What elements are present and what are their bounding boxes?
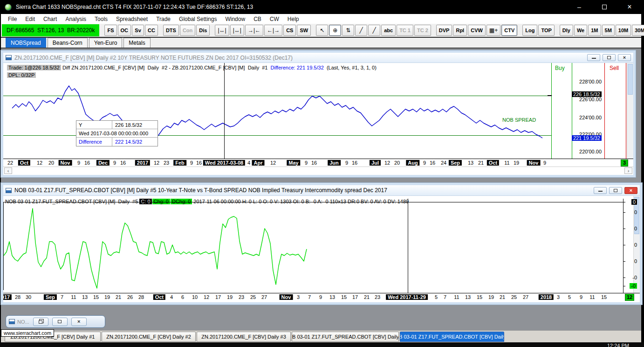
top-chart-vertical-scrollbar[interactable] — [627, 63, 633, 159]
value-scale-tick — [623, 261, 625, 262]
fs-button[interactable]: FS — [104, 25, 116, 36]
axis-tick: 9 — [423, 160, 426, 166]
dly-button[interactable]: Dly — [560, 25, 573, 36]
bottom-chart-axis-corner-badge: 12 — [625, 294, 634, 301]
chartbook-tab-metals[interactable]: Metals — [123, 38, 150, 48]
30m-button[interactable]: 30M — [632, 25, 644, 36]
dpl-label: DPL: 0/32P — [7, 72, 36, 78]
chart-tab-daily-2[interactable]: ZN.20171200.CME_F [CBV] Daily #2 — [102, 332, 196, 342]
minimize-window-icon[interactable]: – — [575, 3, 583, 11]
ctv-button[interactable]: CTV — [501, 25, 517, 36]
minimized-chart-window[interactable]: NO... × — [6, 315, 105, 328]
dis-button[interactable]: Dis — [196, 25, 210, 36]
top-button[interactable]: TOP — [538, 25, 554, 36]
top-chart-plot-area[interactable]: Trade: 1@226 18.5/32 Diff ZN.20171200.CM… — [3, 63, 633, 159]
menu-item-tools[interactable]: Tools — [90, 16, 112, 22]
axis-tick: 23 — [239, 294, 244, 300]
axis-tick: 7 — [61, 294, 63, 300]
axis-tick: 9 — [543, 160, 546, 166]
axis-tick-highlight: Nov — [59, 160, 72, 166]
con-button[interactable]: Con — [180, 25, 195, 36]
vertical-fit-icon[interactable]: ⇅ — [342, 25, 354, 36]
chart-minimize-icon[interactable] — [594, 187, 607, 194]
chart-tab-daily-4[interactable]: NOB 03-01 Z17.FUT_SPREAD.CBOT [CBV] Dail… — [292, 332, 399, 342]
maximize-window-icon[interactable] — [602, 5, 607, 9]
chartbook-tab-yen-euro[interactable]: Yen-Euro — [89, 38, 123, 48]
crosshair-tool-icon[interactable]: ⊕ — [329, 25, 341, 36]
menu-item-cb[interactable]: CB — [249, 16, 266, 22]
scroll-left-icon[interactable]: ‹ — [4, 167, 12, 174]
dvp-button[interactable]: DVP — [436, 25, 452, 36]
chart-restore-icon[interactable] — [609, 187, 622, 194]
axis-tick: 15 — [477, 294, 482, 300]
axis-tick: 19 — [104, 294, 110, 300]
axis-tick-highlight: Wed 2017-11-29 — [386, 294, 428, 300]
bottom-chart-plot-area[interactable]: NOB 03-01 Z17.FUT_SPREAD.CBOT [CBV] [M] … — [3, 196, 640, 293]
axis-tick: 5 — [568, 294, 571, 300]
axis-tick: 12 — [204, 294, 209, 300]
scroll-right-icon[interactable]: › — [624, 167, 632, 174]
oc-button[interactable]: OC — [118, 25, 131, 36]
menu-item-analysis[interactable]: Analysis — [61, 16, 90, 22]
axis-tick-highlight: 2017 — [135, 160, 150, 166]
scale-range-icon[interactable]: |↔| — [215, 25, 229, 36]
compress-bars-icon[interactable]: →|← — [245, 25, 263, 36]
dts-button[interactable]: DTS — [163, 25, 179, 36]
tc2-button[interactable]: TC 2 — [414, 25, 431, 36]
log-button[interactable]: Log — [522, 25, 537, 36]
trade-position-label: Trade: 1@226 18.5/32 — [7, 65, 61, 70]
close-window-icon[interactable]: × — [625, 3, 634, 11]
cs-button[interactable]: CS — [283, 25, 296, 36]
menu-item-spreadsheet[interactable]: Spreadsheet — [112, 16, 152, 22]
cc-button[interactable]: CC — [145, 25, 158, 36]
axis-tick: 16 — [196, 160, 202, 166]
value-scale-tick — [623, 212, 625, 213]
menu-item-cw[interactable]: CW — [266, 16, 283, 22]
trendline-tool-icon[interactable]: ╱ — [355, 25, 367, 36]
chart-minimize-icon[interactable] — [587, 54, 600, 61]
menu-item-edit[interactable]: Edit — [21, 16, 39, 22]
sw-button[interactable]: SW — [297, 25, 311, 36]
restore-window-icon[interactable] — [33, 318, 48, 326]
tooltip-difference-label: Difference — [76, 138, 112, 146]
ray-tool-icon[interactable]: ╱ — [368, 25, 380, 36]
rpl-button[interactable]: Rpl — [453, 25, 467, 36]
menu-item-file[interactable]: File — [4, 16, 21, 22]
axis-tick: 9 — [345, 160, 348, 166]
chart-tab-daily-5[interactable]: NOB 03-01 Z17.FUT_SPREAD.CBOT [CBV] Dail… — [400, 332, 504, 342]
menu-item-global-settings[interactable]: Global Settings — [175, 16, 221, 22]
maximize-window-icon[interactable] — [52, 318, 68, 326]
pointer-tool-icon[interactable]: ↖ — [316, 25, 328, 36]
chartbook-tab-beans-corn[interactable]: Beans-Corn — [48, 38, 88, 48]
5m-button[interactable]: 5M — [602, 25, 615, 36]
dom-sell-column-header[interactable]: Sell — [610, 65, 619, 71]
chart-tab-daily-3[interactable]: ZN.20171200.CME_F [CBV] Daily #3 — [197, 332, 291, 342]
1m-button[interactable]: 1M — [588, 25, 601, 36]
cvw-button[interactable]: CVW — [468, 25, 486, 36]
text-tool-button[interactable]: abc — [381, 25, 396, 36]
tc1-button[interactable]: TC 1 — [397, 25, 413, 36]
10m-button[interactable]: 10M — [616, 25, 631, 36]
series-name-label: NOB SPREAD — [502, 117, 536, 123]
menu-item-trade[interactable]: Trade — [152, 16, 175, 22]
chart-close-icon[interactable]: × — [624, 187, 637, 194]
chart-close-icon[interactable]: × — [618, 54, 631, 61]
we-button[interactable]: We — [574, 25, 587, 36]
close-window-icon[interactable]: × — [71, 318, 87, 326]
chartbook-tab-nobspread[interactable]: NOBSpread — [6, 38, 46, 48]
axis-tick: 4 — [247, 160, 250, 166]
menu-item-help[interactable]: Help — [283, 16, 303, 22]
sv-button[interactable]: Sv — [132, 25, 144, 36]
tvw-grid-button[interactable]: ▦+ — [486, 25, 500, 36]
scale-range-wide-icon[interactable]: |↔| — [230, 25, 244, 36]
top-chart-horizontal-scrollbar[interactable]: ‹ › — [3, 167, 633, 174]
chart-restore-icon[interactable] — [603, 54, 616, 61]
menu-item-window[interactable]: Window — [221, 16, 249, 22]
axis-tick: 4 — [170, 294, 173, 300]
axis-tick: 9 — [190, 160, 193, 166]
axis-tick: 20 — [394, 160, 400, 166]
difference-value-label: Difference: 221 19.5/32 — [271, 65, 324, 70]
dom-buy-column-header[interactable]: Buy — [555, 65, 565, 71]
expand-bars-icon[interactable]: ←|→ — [264, 25, 282, 36]
menu-item-chart[interactable]: Chart — [39, 16, 61, 22]
